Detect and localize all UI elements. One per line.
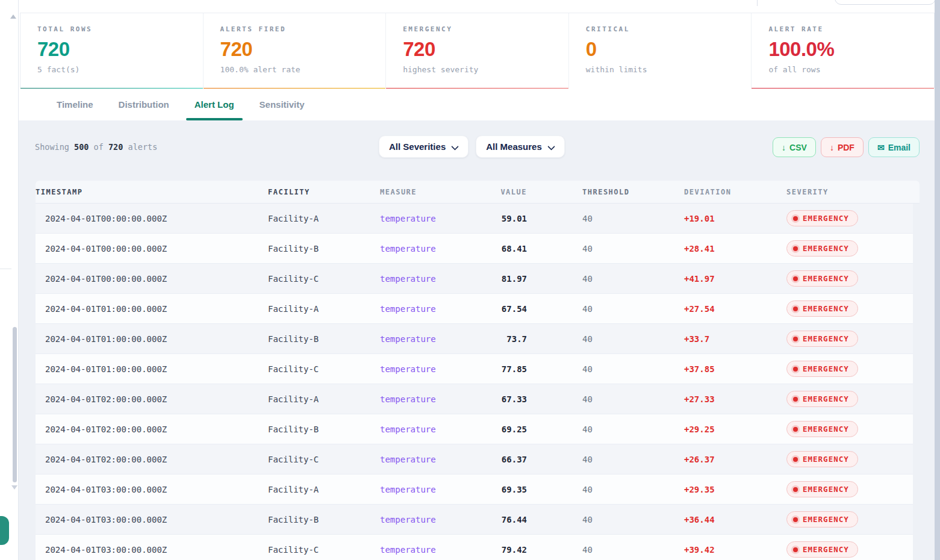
cell-facility: Facility-A (268, 394, 380, 404)
cell-deviation: +29.35 (684, 485, 786, 494)
col-deviation: DEVIATION (684, 188, 786, 196)
window-scrollbar[interactable] (935, 0, 940, 560)
left-scrollbar-thumb[interactable] (13, 327, 17, 482)
cell-threshold: 40 (582, 244, 684, 254)
cell-value: 59.01 (457, 214, 527, 223)
cell-value: 68.41 (457, 244, 527, 254)
severity-label: EMERGENCY (803, 485, 849, 494)
cell-timestamp: 2024-04-01T02:00:00.000Z (36, 425, 268, 434)
stat-sub: highest severity (403, 65, 568, 74)
tab-distribution[interactable]: Distribution (110, 89, 178, 120)
cell-measure: temperature (380, 425, 457, 434)
cell-facility: Facility-C (268, 364, 380, 374)
table-row: 2024-04-01T00:00:00.000Z Facility-B temp… (36, 234, 913, 264)
shown-count: 500 (74, 142, 89, 152)
cell-value: 79.42 (457, 545, 527, 555)
download-icon: ↓ (830, 143, 834, 152)
cell-timestamp: 2024-04-01T02:00:00.000Z (36, 394, 268, 404)
col-threshold: THRESHOLD (582, 188, 684, 196)
cell-threshold: 40 (582, 545, 684, 555)
cell-facility: Facility-B (268, 334, 380, 344)
cell-value: 73.7 (457, 334, 527, 344)
stat-value: 0 (586, 39, 752, 60)
stat-card-total-rows: TOTAL ROWS 720 5 fact(s) (20, 13, 204, 88)
severity-dot-icon (793, 457, 798, 462)
email-icon: ✉ (877, 143, 885, 152)
stat-value: 720 (403, 39, 568, 60)
table-row: 2024-04-01T02:00:00.000Z Facility-C temp… (36, 444, 913, 474)
severity-dot-icon (793, 276, 798, 281)
top-divider (757, 0, 758, 6)
severity-filter-select[interactable]: All Severities (379, 135, 468, 158)
stat-label: ALERTS FIRED (220, 25, 386, 33)
cell-facility: Facility-B (268, 244, 380, 254)
cell-measure: temperature (380, 515, 457, 524)
cell-measure: temperature (380, 545, 457, 555)
cell-threshold: 40 (582, 274, 684, 284)
cell-measure: temperature (380, 334, 457, 344)
cell-severity: EMERGENCY (786, 421, 913, 437)
severity-badge: EMERGENCY (786, 270, 858, 287)
cell-threshold: 40 (582, 394, 684, 404)
cell-value: 81.97 (457, 274, 527, 284)
scroll-down-icon[interactable] (11, 485, 17, 490)
cell-severity: EMERGENCY (786, 240, 913, 257)
table-row: 2024-04-01T02:00:00.000Z Facility-B temp… (36, 414, 913, 444)
tab-timeline[interactable]: Timeline (48, 89, 102, 120)
cell-timestamp: 2024-04-01T03:00:00.000Z (36, 485, 268, 494)
cropped-search-pill[interactable] (835, 0, 936, 5)
cell-facility: Facility-A (268, 214, 380, 223)
scroll-up-icon[interactable] (10, 14, 16, 19)
cell-timestamp: 2024-04-01T03:00:00.000Z (36, 515, 268, 524)
cell-threshold: 40 (582, 334, 684, 344)
measure-filter-value: All Measures (486, 142, 542, 152)
severity-label: EMERGENCY (803, 244, 849, 253)
cell-value: 77.85 (457, 364, 527, 374)
showing-summary: Showing 500 of 720 alerts (35, 142, 157, 152)
left-panel-divider (0, 269, 11, 269)
cell-threshold: 40 (582, 304, 684, 314)
severity-label: EMERGENCY (803, 214, 849, 223)
table-row: 2024-04-01T03:00:00.000Z Facility-A temp… (36, 474, 913, 505)
alerts-table: TIMESTAMP FACILITY MEASURE VALUE THRESHO… (36, 181, 920, 560)
cell-value: 66.37 (457, 455, 527, 464)
cell-severity: EMERGENCY (786, 300, 913, 317)
cell-threshold: 40 (582, 425, 684, 434)
severity-dot-icon (793, 246, 798, 251)
cell-threshold: 40 (582, 515, 684, 524)
severity-filter-value: All Severities (389, 142, 446, 152)
table-row: 2024-04-01T00:00:00.000Z Facility-C temp… (36, 264, 913, 294)
cell-value: 67.54 (457, 304, 527, 314)
severity-label: EMERGENCY (803, 364, 849, 373)
cell-timestamp: 2024-04-01T03:00:00.000Z (36, 545, 268, 555)
measure-filter-select[interactable]: All Measures (476, 135, 565, 158)
tab-sensitivity[interactable]: Sensitivity (251, 89, 313, 120)
cell-facility: Facility-C (268, 455, 380, 464)
table-row: 2024-04-01T02:00:00.000Z Facility-A temp… (36, 384, 913, 414)
cell-value: 69.25 (457, 425, 527, 434)
cell-deviation: +27.54 (684, 304, 786, 314)
severity-dot-icon (793, 427, 798, 432)
cell-deviation: +28.41 (684, 244, 786, 254)
cell-measure: temperature (380, 244, 457, 254)
cell-measure: temperature (380, 274, 457, 284)
cell-timestamp: 2024-04-01T00:00:00.000Z (36, 274, 268, 284)
col-measure: MEASURE (380, 188, 457, 196)
tab-alert-log[interactable]: Alert Log (186, 89, 243, 120)
severity-dot-icon (793, 547, 798, 552)
severity-badge: EMERGENCY (786, 300, 858, 317)
export-email-button[interactable]: ✉ Email (868, 137, 920, 157)
cell-severity: EMERGENCY (786, 541, 913, 558)
stat-card-critical: CRITICAL 0 within limits (569, 13, 752, 88)
severity-label: EMERGENCY (803, 334, 849, 343)
alert-log-panel: Showing 500 of 720 alerts All Severities… (19, 120, 935, 560)
export-csv-button[interactable]: ↓ CSV (773, 137, 816, 157)
floating-action-button[interactable] (0, 516, 9, 545)
cell-threshold: 40 (582, 364, 684, 374)
severity-dot-icon (793, 216, 798, 221)
table-row: 2024-04-01T03:00:00.000Z Facility-C temp… (36, 535, 913, 560)
export-pdf-button[interactable]: ↓ PDF (821, 137, 864, 157)
cell-value: 67.33 (457, 394, 527, 404)
cell-timestamp: 2024-04-01T01:00:00.000Z (36, 304, 268, 314)
stat-value: 720 (37, 39, 203, 60)
